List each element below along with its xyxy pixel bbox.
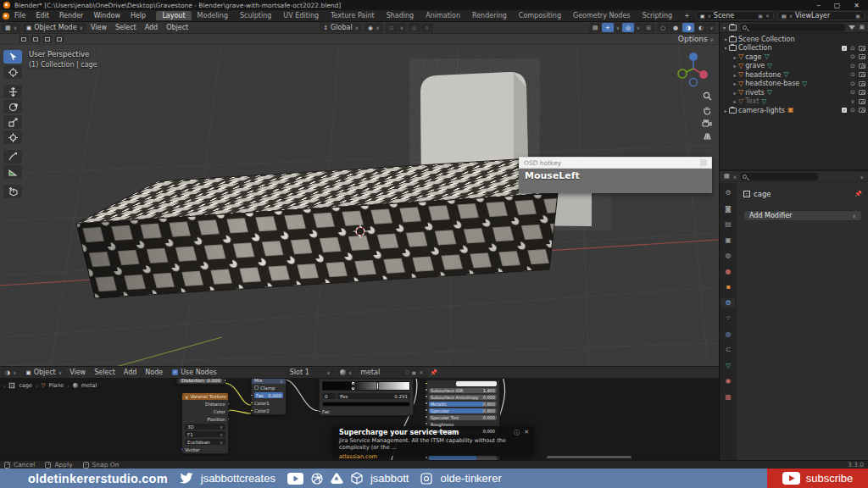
hide-eye-icon[interactable]: [849, 71, 857, 78]
tab-material[interactable]: ◉: [721, 376, 735, 385]
select-mode-set[interactable]: [19, 35, 29, 43]
node-output-socket[interactable]: Distance: [182, 400, 228, 408]
editor-type-viewport[interactable]: ▦∨: [2, 23, 20, 32]
hide-eye-icon[interactable]: [849, 89, 857, 96]
workspace-tab[interactable]: Modeling: [192, 11, 234, 20]
overlays-toggle[interactable]: ◎: [622, 23, 634, 32]
shading-wireframe-icon[interactable]: ○: [657, 23, 669, 32]
workspace-tab[interactable]: Rendering: [466, 11, 513, 20]
blender-menu-icon[interactable]: [3, 13, 9, 19]
node-output-socket[interactable]: Position: [182, 415, 228, 423]
minimize-button[interactable]: –: [817, 2, 821, 9]
node-voronoi-texture[interactable]: ∨Voronoi Texture DistanceColorPosition 3…: [181, 392, 229, 454]
tool-add-cube[interactable]: [3, 185, 22, 198]
outliner-display-mode-dropdown[interactable]: ▾: [723, 25, 726, 30]
outliner-row-object[interactable]: ▸▽ rivets ▽: [720, 88, 868, 97]
tool-transform[interactable]: [3, 130, 22, 144]
viewport-menu-item[interactable]: Add: [141, 24, 163, 31]
tool-cursor[interactable]: [3, 65, 22, 79]
tool-move[interactable]: [3, 85, 22, 98]
clamp-checkbox[interactable]: Clamp: [252, 384, 286, 391]
material-name-field[interactable]: metal ⛉ ▣ ✕: [357, 368, 426, 377]
ad-info-icon[interactable]: ⓘ: [514, 429, 520, 437]
disable-render-icon[interactable]: [859, 46, 865, 51]
shading-rendered-icon[interactable]: ◐: [695, 23, 707, 32]
workspace-tab[interactable]: Sculpting: [234, 11, 277, 20]
hide-eye-icon[interactable]: [849, 107, 857, 114]
menu-item[interactable]: Help: [125, 12, 151, 19]
disable-render-icon[interactable]: [859, 99, 865, 104]
gizmos-dropdown[interactable]: ∨: [615, 23, 621, 32]
shader-menu-item[interactable]: Add: [120, 369, 142, 376]
filter-icon[interactable]: [849, 25, 855, 30]
options-button[interactable]: Options∨: [678, 35, 714, 43]
principled-property-row[interactable]: Specular0.800: [426, 408, 499, 414]
outliner-row-object[interactable]: ▸▽ grave ▽: [720, 62, 868, 71]
mode-selector[interactable]: ▣ Object Mode ∨: [23, 23, 86, 32]
disable-render-icon[interactable]: [859, 54, 865, 59]
outliner-row-object[interactable]: ▸▽ headstone ▽: [720, 70, 868, 80]
tab-object-data[interactable]: ▽: [721, 361, 735, 370]
tool-scale[interactable]: [3, 115, 22, 129]
colorramp-stop[interactable]: [376, 382, 379, 390]
snap-dropdown[interactable]: ∨: [398, 23, 406, 32]
tab-object[interactable]: ▪: [721, 282, 735, 291]
unlink-material-icon[interactable]: ✕: [419, 369, 423, 375]
disable-render-icon[interactable]: [859, 72, 865, 77]
workspace-tab[interactable]: UV Editing: [277, 11, 325, 20]
subsurface-color-swatch[interactable]: [426, 380, 499, 387]
menu-item[interactable]: Window: [88, 12, 125, 19]
subscribe-button[interactable]: subscribe: [767, 469, 868, 488]
ad-close-icon[interactable]: ✕: [524, 429, 529, 437]
proportional-falloff-icon[interactable]: ∧: [421, 23, 433, 32]
proportional-edit-toggle[interactable]: ◎: [409, 23, 420, 32]
workspace-tab[interactable]: Shading: [381, 11, 420, 20]
select-mode-intersect[interactable]: [54, 35, 64, 43]
xray-toggle[interactable]: ▣: [643, 23, 654, 32]
browse-material-selector[interactable]: ∨: [337, 368, 355, 377]
select-mode-extend[interactable]: [31, 35, 41, 43]
collection-checkbox[interactable]: ✓: [842, 108, 847, 113]
maximize-button[interactable]: ▢: [834, 2, 841, 9]
node-enum-dropdown[interactable]: F1∨: [182, 430, 228, 438]
workspace-tab[interactable]: Scripting: [636, 11, 678, 20]
close-button[interactable]: ✕: [854, 2, 860, 9]
node-input-fac[interactable]: Fac: [320, 408, 413, 415]
new-material-icon[interactable]: ▣: [411, 369, 416, 375]
scene-selector[interactable]: ▣∨ Scene ▣ ✕: [696, 11, 774, 20]
disable-render-icon[interactable]: [859, 108, 865, 113]
node-texture-partial[interactable]: Distortion0.000: [176, 379, 225, 385]
node-input-color2[interactable]: Color2: [252, 407, 286, 414]
node-mix[interactable]: Mix∨ Clamp Fac0.000 Color1 Color2: [251, 379, 287, 415]
workspace-tab-layout[interactable]: Layout: [156, 11, 191, 20]
new-collection-icon[interactable]: ▣: [859, 24, 865, 30]
colorramp-stop-active[interactable]: [352, 382, 354, 390]
ad-link[interactable]: atlassian.com: [339, 453, 527, 460]
stop-pos-field[interactable]: Pos0.291: [337, 393, 410, 399]
workspace-tab[interactable]: Texture Paint: [325, 11, 381, 20]
disable-render-icon[interactable]: [859, 81, 865, 86]
tool-select-box[interactable]: [3, 50, 22, 64]
snap-toggle[interactable]: ⊙: [386, 23, 398, 32]
menu-item[interactable]: Render: [54, 12, 88, 19]
principled-property-row[interactable]: Subsurface Anisotropy0.000: [426, 394, 499, 401]
fac-slider[interactable]: Fac0.000: [252, 391, 286, 399]
node-output-socket[interactable]: Color: [182, 408, 228, 415]
tool-annotate[interactable]: [3, 150, 22, 164]
principled-property-row[interactable]: Subsurface IOR1.400: [426, 387, 499, 394]
material-slot-selector[interactable]: Slot 1∨: [287, 368, 334, 377]
transform-orientation[interactable]: ↕Global∨: [320, 23, 362, 32]
disable-render-icon[interactable]: [859, 64, 865, 69]
tool-measure[interactable]: [3, 165, 22, 179]
add-modifier-button[interactable]: Add Modifier∨: [743, 210, 862, 221]
workspace-tab[interactable]: Compositing: [513, 11, 567, 20]
outliner-search[interactable]: [740, 24, 845, 31]
toggle-perspective-icon[interactable]: [700, 130, 714, 142]
hide-eye-icon[interactable]: [849, 98, 857, 105]
hide-eye-icon[interactable]: [849, 63, 857, 69]
horizontal-scrollbar[interactable]: [547, 456, 632, 458]
viewport-menu-item[interactable]: View: [86, 24, 111, 31]
stop-index-field[interactable]: 0: [322, 393, 336, 399]
outliner-scope-icon[interactable]: [729, 25, 737, 30]
shading-solid-icon[interactable]: ●: [670, 23, 682, 32]
